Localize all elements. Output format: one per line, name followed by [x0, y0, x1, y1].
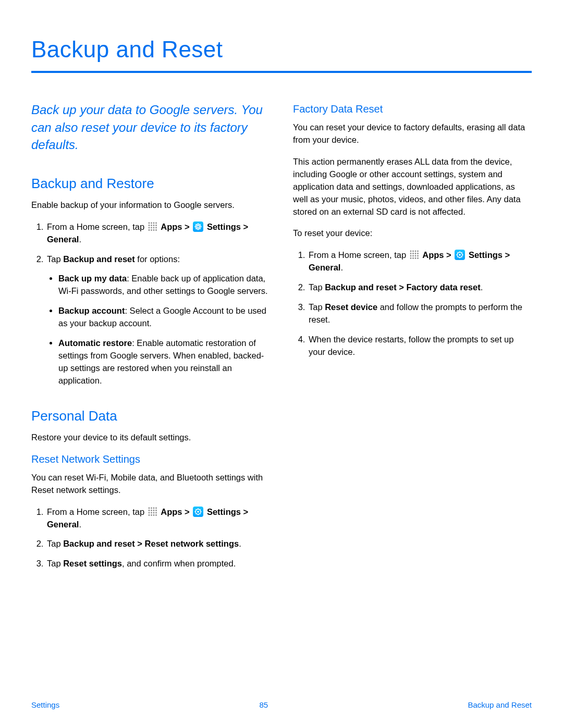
apps-grid-icon [148, 222, 157, 231]
svg-line-48 [200, 513, 201, 514]
step-1: From a Home screen, tap Apps > Settings … [46, 506, 270, 531]
svg-point-12 [148, 229, 150, 231]
period: . [79, 235, 81, 244]
step-text-a: Tap [47, 254, 63, 264]
svg-line-76 [458, 257, 458, 257]
step-4: When the device restarts, follow the pro… [308, 334, 532, 359]
section-backup-restore: Backup and Restore Enable backup of your… [31, 176, 270, 387]
svg-line-74 [462, 257, 462, 257]
svg-point-56 [412, 253, 414, 254]
step-text: From a Home screen, tap [47, 222, 147, 231]
heading-personal-data: Personal Data [31, 408, 270, 424]
step-text-b: Reset settings [63, 559, 122, 568]
step-text-c: . [481, 282, 483, 292]
svg-point-1 [151, 222, 152, 224]
step-text-a: Tap [309, 282, 325, 292]
svg-point-40 [155, 514, 157, 516]
svg-point-38 [151, 514, 152, 516]
svg-point-30 [151, 510, 152, 511]
steps-reset-network: From a Home screen, tap Apps > Settings … [31, 506, 270, 571]
svg-point-28 [155, 507, 157, 509]
apps-label: Apps [161, 222, 182, 231]
svg-line-75 [462, 253, 462, 253]
svg-point-35 [153, 512, 154, 513]
heading-reset-network: Reset Network Settings [31, 453, 270, 465]
apps-label: Apps [422, 250, 444, 260]
list-item: Automatic restore: Enable automatic rest… [58, 337, 270, 387]
svg-line-24 [196, 228, 197, 229]
svg-point-66 [417, 257, 419, 259]
left-column: Back up your data to Google servers. You… [31, 101, 270, 591]
svg-point-6 [153, 225, 154, 226]
list-item: Back up my data: Enable back up of appli… [58, 273, 270, 298]
svg-line-73 [458, 253, 458, 253]
svg-point-25 [148, 507, 150, 509]
svg-point-0 [148, 222, 150, 224]
period: . [340, 263, 343, 272]
item-title: Back up my data [58, 274, 127, 283]
svg-point-55 [410, 253, 411, 254]
step-text-b: Backup and reset > Reset network setting… [63, 539, 239, 548]
step-1: From a Home screen, tap Apps > Settings … [46, 221, 270, 246]
settings-gear-icon [455, 250, 465, 260]
svg-point-29 [148, 510, 150, 511]
step-3: Tap Reset device and follow the prompts … [308, 301, 532, 326]
step-3: Tap Reset settings, and confirm when pro… [46, 558, 270, 570]
svg-point-60 [412, 255, 414, 257]
svg-point-33 [148, 512, 150, 513]
svg-point-39 [153, 514, 154, 516]
content-columns: Back up your data to Google servers. You… [31, 101, 532, 591]
svg-point-3 [155, 222, 157, 224]
svg-point-63 [410, 257, 411, 259]
svg-point-31 [153, 510, 154, 511]
svg-point-8 [148, 227, 150, 228]
heading-factory-reset: Factory Data Reset [293, 103, 532, 115]
sep: > [182, 222, 192, 231]
step-2: Tap Backup and reset > Factory data rese… [308, 281, 532, 294]
intro-text: Back up your data to Google servers. You… [31, 101, 270, 154]
period: . [79, 520, 81, 529]
svg-point-13 [151, 229, 152, 231]
step-text: From a Home screen, tap [309, 250, 409, 260]
apps-label: Apps [161, 507, 182, 516]
step-text-b: Reset device [325, 302, 377, 312]
svg-point-15 [155, 229, 157, 231]
step-text-b: Backup and reset > Factory data reset [325, 282, 481, 292]
step-text-c: . [239, 539, 241, 548]
step-1: From a Home screen, tap Apps > Settings … [308, 249, 532, 274]
footer-left: Settings [31, 700, 59, 709]
svg-point-68 [459, 254, 461, 256]
svg-point-5 [151, 225, 152, 226]
list-item: Backup account: Select a Google Account … [58, 305, 270, 330]
svg-point-27 [153, 507, 154, 509]
svg-point-2 [153, 222, 154, 224]
svg-line-22 [200, 228, 201, 229]
svg-point-37 [148, 514, 150, 516]
backup-options-list: Back up my data: Enable back up of appli… [47, 273, 270, 387]
svg-point-14 [153, 229, 154, 231]
step-text-b: Backup and reset [63, 254, 135, 264]
svg-line-23 [200, 224, 201, 225]
sep: > [444, 250, 454, 260]
lead-reset-network: You can reset Wi-Fi, Mobile data, and Bl… [31, 472, 270, 497]
step-text-a: Tap [47, 539, 63, 548]
steps-factory-reset: From a Home screen, tap Apps > Settings … [293, 249, 532, 358]
section-personal-data: Personal Data Restore your device to its… [31, 408, 270, 570]
step-text-a: Tap [309, 302, 325, 312]
svg-point-9 [151, 227, 152, 228]
factory-p3: To reset your device: [293, 227, 532, 240]
svg-point-51 [410, 251, 411, 252]
page-footer: Settings 85 Backup and Reset [0, 700, 563, 709]
heading-backup-restore: Backup and Restore [31, 176, 270, 192]
settings-label: Settings [207, 222, 241, 231]
step-text-a: Tap [47, 559, 63, 568]
steps-backup-restore: From a Home screen, tap Apps > Settings … [31, 221, 270, 387]
lead-backup-restore: Enable backup of your information to Goo… [31, 199, 270, 212]
svg-line-21 [196, 224, 197, 225]
step-text: From a Home screen, tap [47, 507, 147, 516]
svg-point-64 [412, 257, 414, 259]
svg-point-36 [155, 512, 157, 513]
svg-point-32 [155, 510, 157, 511]
footer-right: Backup and Reset [468, 700, 532, 709]
apps-grid-icon [410, 250, 419, 260]
